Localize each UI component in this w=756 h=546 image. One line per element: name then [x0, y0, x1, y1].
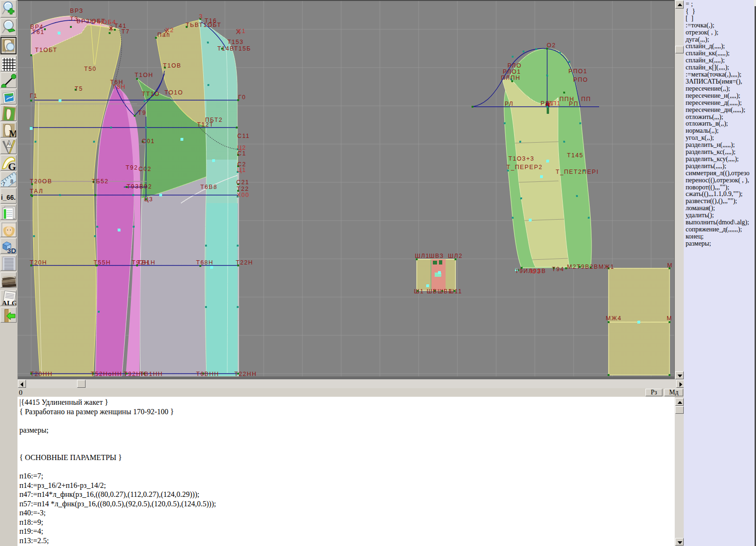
svg-text:ТБ52: ТБ52	[92, 178, 109, 185]
svg-text:Т4ЮБ4: Т4ЮБ4	[93, 19, 116, 26]
svg-text:Т14ВТ15Б: Т14ВТ15Б	[217, 45, 251, 52]
svg-text:ТАЛ: ТАЛ	[30, 188, 43, 195]
svg-text:Т16: Т16	[205, 17, 217, 24]
svg-text:Т20НН: Т20НН	[30, 371, 53, 377]
svg-text:С02: С02	[138, 166, 152, 172]
svg-text:Х2: Х2	[165, 27, 174, 34]
svg-text:Х1: Х1	[237, 28, 246, 34]
svg-text:ПЛПН: ПЛПН	[501, 75, 521, 81]
svg-text:Т50: Т50	[84, 66, 96, 72]
svg-text:Т61: Т61	[32, 29, 44, 35]
svg-text:3D: 3D	[7, 247, 16, 254]
svg-text:M: M	[9, 128, 17, 137]
svg-text:РП1: РП1	[547, 100, 561, 107]
svg-text:ЮЗ: ЮЗ	[530, 268, 541, 275]
svg-text:Ш1: Ш1	[414, 288, 424, 295]
svg-text:ТТ1О: ТТ1О	[142, 91, 160, 97]
svg-text:Т7: Т7	[121, 28, 130, 35]
svg-text:РП: РП	[569, 101, 579, 107]
svg-text:Т55Н: Т55Н	[94, 259, 111, 266]
svg-text:Т92: Т92	[126, 164, 138, 171]
svg-text:Т145: Т145	[567, 152, 584, 159]
svg-text:Т22Н: Т22Н	[236, 259, 253, 266]
svg-text:ТВ1Н: ТВ1Н	[137, 259, 155, 266]
svg-text:Ш11: Ш11	[448, 288, 462, 295]
svg-text:Т_ПЕТ2ПЕРІ: Т_ПЕТ2ПЕРІ	[556, 169, 599, 175]
svg-text:З: З	[199, 13, 203, 20]
svg-text:М: М	[667, 315, 672, 322]
svg-text:Т1ОН: Т1ОН	[135, 72, 154, 78]
svg-text:ALG: ALG	[2, 299, 17, 306]
svg-text:РПО1: РПО1	[568, 68, 587, 75]
svg-text:ПП: ПП	[581, 96, 591, 102]
svg-text:i_66.: i_66.	[1, 194, 16, 201]
svg-text:Т1О3+3: Т1О3+3	[508, 155, 534, 162]
svg-text:Г1: Г1	[30, 93, 38, 99]
svg-text:С01: С01	[142, 138, 155, 145]
svg-text:ШВЗ: ШВЗ	[429, 253, 444, 259]
svg-text:С11: С11	[237, 133, 250, 139]
svg-text:Т8Н: Т8Н	[112, 84, 126, 90]
svg-text:ВРЗ: ВРЗ	[70, 8, 84, 14]
svg-text:Т1ОВ: Т1ОВ	[163, 62, 181, 69]
svg-text:ТВ1НН: ТВ1НН	[140, 371, 163, 377]
svg-text:Т20Н: Т20Н	[30, 259, 47, 266]
svg-text:Т9ЗВ92: Т9ЗВ92	[127, 183, 152, 190]
svg-text:Т6В8: Т6В8	[200, 184, 217, 190]
svg-text:РЛ: РЛ	[505, 101, 514, 107]
svg-text:G: G	[8, 161, 16, 171]
svg-text:Т6ВНН: Т6ВНН	[196, 371, 219, 377]
svg-text:МЖ4: МЖ4	[606, 315, 622, 322]
svg-text:Т153: Т153	[227, 39, 244, 45]
svg-text:Г0: Г0	[238, 94, 246, 101]
svg-text:Т9: Т9	[138, 110, 146, 116]
svg-text:Т_ПЕРЕР2: Т_ПЕРЕР2	[507, 164, 543, 171]
svg-text:Ц1: Ц1	[237, 167, 246, 173]
svg-text:Т22: Т22	[237, 186, 249, 192]
svg-text:Т68Н: Т68Н	[196, 259, 214, 266]
svg-text:Ц3: Ц3	[144, 196, 153, 203]
svg-text:РЛО: РЛО	[507, 62, 522, 69]
svg-text:С1: С1	[237, 150, 246, 157]
svg-text:ШЛ1: ШЛ1	[415, 253, 430, 259]
svg-text:Т12Т: Т12Т	[197, 121, 214, 128]
svg-text:ТО1О: ТО1О	[164, 89, 183, 96]
svg-text:8: 8	[10, 179, 13, 184]
svg-text:A: A	[7, 142, 10, 146]
svg-text:Т52НоНН: Т52НоНН	[91, 371, 122, 377]
svg-text:М2Т9В2ВМЖ1: М2Т9В2ВМЖ1	[567, 264, 615, 270]
svg-text:Т5: Т5	[75, 85, 83, 92]
svg-text:М: М	[667, 262, 673, 269]
svg-text:Т20ОВ: Т20ОВ	[30, 178, 52, 185]
svg-text:ШЛ2: ШЛ2	[448, 253, 463, 259]
svg-text:7: 7	[2, 181, 5, 187]
svg-text:РЛО1: РЛО1	[503, 68, 521, 75]
svg-text:Т22НН: Т22НН	[234, 371, 257, 377]
svg-text:РПО: РПО	[573, 77, 588, 83]
svg-text:О2: О2	[547, 42, 556, 49]
svg-text:С21: С21	[236, 179, 249, 186]
svg-text:Т94: Т94	[552, 266, 564, 273]
svg-text:Х00: Х00	[237, 192, 249, 198]
svg-text:Т1ОБТ: Т1ОБТ	[35, 47, 58, 53]
